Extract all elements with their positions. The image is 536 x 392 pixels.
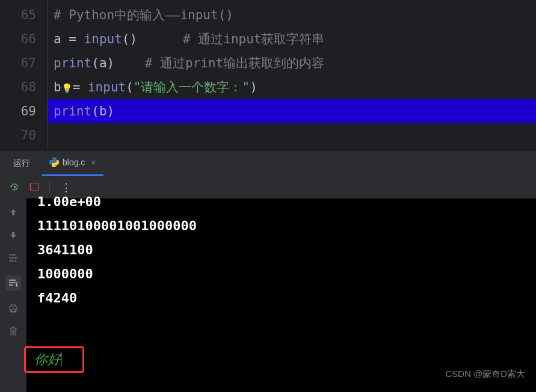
line-number[interactable]: 68	[0, 75, 47, 99]
console-line: 1.00e+00	[37, 190, 525, 214]
console-line: 1000000	[37, 262, 525, 286]
line-number[interactable]: 67	[0, 51, 47, 75]
console-line: 3641100	[37, 238, 525, 262]
console-input-text[interactable]: 你好	[34, 351, 61, 369]
rerun-icon[interactable]	[10, 182, 19, 192]
code-line[interactable]: # Python中的输入——input()	[48, 3, 536, 27]
python-icon	[49, 158, 59, 167]
line-number[interactable]: 66	[0, 27, 47, 51]
print-icon[interactable]	[8, 303, 19, 314]
lightbulb-icon[interactable]: 💡	[61, 83, 73, 94]
run-panel-bar: 运行 blog.c ×	[0, 150, 536, 176]
tab-blog[interactable]: blog.c ×	[42, 151, 103, 176]
text-cursor	[61, 352, 61, 367]
soft-wrap-icon[interactable]	[8, 253, 19, 263]
code-line[interactable]: print(a) # 通过print输出获取到的内容	[48, 51, 536, 75]
scroll-to-end-icon[interactable]	[5, 275, 21, 291]
console-line: f4240	[37, 286, 525, 310]
console-output[interactable]: 1.00e+00 11110100001001000000 3641100 10…	[26, 198, 536, 392]
line-number[interactable]: 65	[0, 3, 47, 27]
console-line: 11110100001001000000	[37, 214, 525, 238]
line-gutter: 65 66 67 68 69 70	[0, 0, 47, 150]
input-highlight-box: 你好	[24, 346, 84, 373]
line-number[interactable]: 70	[0, 123, 47, 147]
trash-icon[interactable]	[8, 326, 19, 337]
code-editor: 65 66 67 68 69 70 # Python中的输入——input() …	[0, 0, 536, 150]
code-line[interactable]: a = input() # 通过input获取字符串	[48, 27, 536, 51]
side-toolbar	[0, 198, 26, 392]
down-arrow-icon[interactable]	[8, 230, 19, 240]
code-line[interactable]: print(b)	[48, 99, 536, 123]
close-icon[interactable]: ×	[91, 158, 96, 167]
code-content[interactable]: # Python中的输入——input() a = input() # 通过in…	[47, 0, 536, 150]
up-arrow-icon[interactable]	[8, 207, 19, 218]
code-line[interactable]	[48, 123, 536, 147]
line-number[interactable]: 69	[0, 99, 47, 123]
watermark: CSDN @蒙奇D索大	[445, 369, 525, 380]
tab-name: blog.c	[63, 158, 85, 167]
run-label[interactable]: 运行	[6, 158, 37, 169]
code-line[interactable]: b💡= input("请输入一个数字：")	[48, 75, 536, 99]
